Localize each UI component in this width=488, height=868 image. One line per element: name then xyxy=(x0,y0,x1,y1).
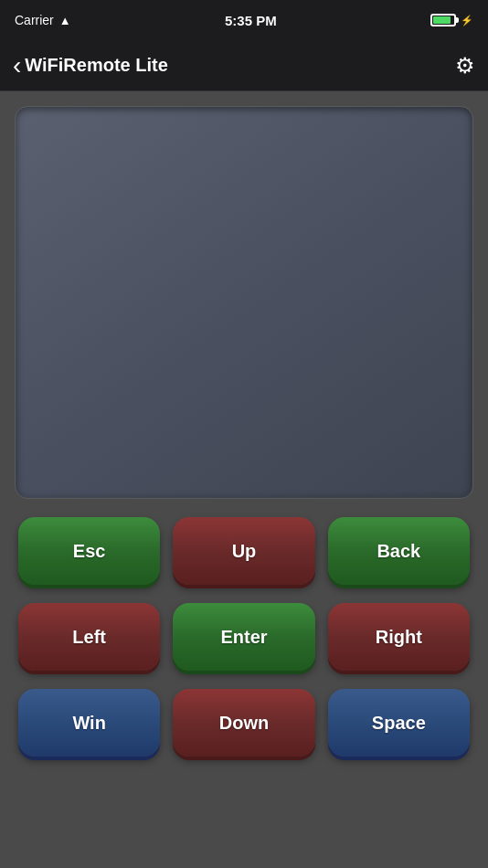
wifi-icon: ▲ xyxy=(59,14,71,27)
time-label: 5:35 PM xyxy=(225,13,277,28)
space-button[interactable]: Space xyxy=(328,689,470,757)
status-right: ⚡ xyxy=(430,14,473,26)
button-grid-row3: Win Down Space xyxy=(15,689,473,757)
carrier-label: Carrier xyxy=(15,13,54,27)
bolt-icon: ⚡ xyxy=(461,15,473,26)
left-button[interactable]: Left xyxy=(18,603,160,671)
app-title: WiFiRemote Lite xyxy=(25,55,455,76)
enter-button[interactable]: Enter xyxy=(173,603,314,671)
main-content: Esc Up Back Left Enter Right Win Down Sp… xyxy=(0,91,488,868)
esc-button[interactable]: Esc xyxy=(18,517,160,585)
back-key-button[interactable]: Back xyxy=(328,517,470,585)
win-button[interactable]: Win xyxy=(18,689,160,757)
back-chevron-icon: ‹ xyxy=(13,53,21,79)
right-button[interactable]: Right xyxy=(328,603,470,671)
nav-bar: ‹ WiFiRemote Lite ⚙ xyxy=(0,40,488,91)
status-left: Carrier ▲ xyxy=(15,13,71,27)
button-grid-row2: Left Enter Right xyxy=(15,603,473,671)
touchpad[interactable] xyxy=(15,106,473,499)
down-button[interactable]: Down xyxy=(173,689,314,757)
settings-icon[interactable]: ⚙ xyxy=(455,53,475,79)
battery-icon xyxy=(430,14,456,26)
status-bar: Carrier ▲ 5:35 PM ⚡ xyxy=(0,0,488,40)
button-grid-row1: Esc Up Back xyxy=(15,517,473,585)
up-button[interactable]: Up xyxy=(173,517,314,585)
back-button[interactable]: ‹ xyxy=(13,53,21,79)
